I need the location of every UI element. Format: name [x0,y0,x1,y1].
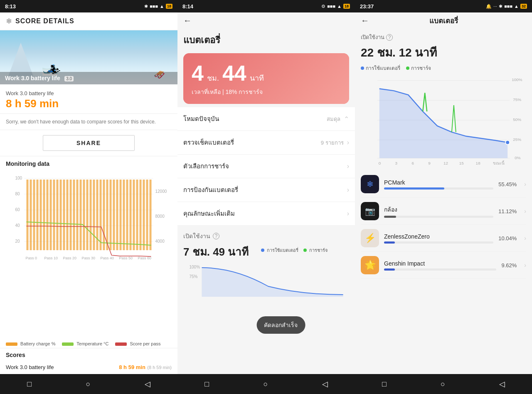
monitoring-header: Monitoring data [0,156,177,169]
back-button-p2[interactable]: ← [183,16,192,25]
hero-badge: 3.0 [64,76,74,81]
svg-rect-15 [33,180,35,250]
svg-text:8000: 8000 [155,214,165,219]
hours-value: 4 [192,61,204,86]
svg-rect-27 [73,180,75,250]
svg-text:3: 3 [395,161,398,165]
usage-section-label: เปิดใช้งาน ? [177,226,355,243]
home-button-3[interactable]: ○ [432,377,453,391]
toast-message: คัดลอกสำเร็จ [256,316,305,334]
chevron-icon-check: › [347,139,349,146]
svg-rect-13 [27,180,29,250]
svg-rect-16 [37,180,39,250]
back-button-p3[interactable]: ← [361,16,369,25]
svg-text:75%: 75% [190,274,198,279]
pcmark-bar-wrap [384,187,493,190]
snowflake-icon: ❄ [6,17,12,26]
svg-rect-39 [113,180,115,250]
status-bar-3: 23:37 🔔 ··· ✱ ■■■ ▲ 32 [355,0,532,12]
app-item-pcmark[interactable]: ❄ PCMark 55.45% › [361,171,526,198]
svg-text:Pass 50: Pass 50 [119,256,133,260]
svg-text:12000: 12000 [155,189,167,194]
chevron-icon-protection: › [347,186,349,194]
result-section: Work 3.0 battery life 8 h 59 min [0,84,177,114]
menu-label-mode: โหมดปัจจุบัน [183,114,219,124]
svg-text:18: 18 [476,161,481,165]
pcmark-pct: 55.45% [498,181,517,187]
p3-usage-label: เปิดใช้งาน ? [361,33,526,42]
camera-info: กล้อง [384,205,493,218]
svg-rect-19 [47,180,49,250]
square-button-2[interactable]: □ [196,377,217,391]
app-item-zenless[interactable]: ⚡ ZenlessZoneZero 10.04% › [361,225,526,252]
result-label: Work 3.0 battery life [6,90,172,96]
share-button[interactable]: SHARE [43,135,135,151]
panel-pcmark: 8:13 ✱ ■■■ ▲ 18 ❄ SCORE DETAILS 🎿 ⛷ 🛷 Wo… [0,0,177,394]
wifi-icon-2: ▲ [337,4,342,9]
chevron-icon-features: › [347,210,349,217]
home-button-2[interactable]: ○ [255,377,276,391]
svg-text:25%: 25% [513,137,521,142]
zenless-pct: 10.04% [498,235,517,241]
home-button-1[interactable]: ○ [77,377,99,391]
genshin-info: Genshin Impact [384,260,496,271]
app-item-genshin[interactable]: 🌟 Genshin Impact 9.62% › [361,252,526,279]
back-button-3[interactable]: ◁ [491,377,513,391]
svg-rect-38 [110,180,112,250]
menu-label-charging: ตัวเลือกการชาร์จ [183,161,229,171]
battery-badge-3: 32 [520,4,527,9]
camera-icon: 📷 [361,202,379,220]
hero-overlay: Work 3.0 battery life 3.0 [0,72,177,84]
camera-name: กล้อง [384,205,493,214]
hero-image: 🎿 ⛷ 🛷 Work 3.0 battery life 3.0 [0,30,177,84]
remaining-time: 4 ชม. 44 นาที [192,61,341,86]
zenless-name: ZenlessZoneZero [384,233,493,240]
svg-rect-30 [83,180,85,250]
p2-mini-chart: 100% 75% [177,263,355,297]
chart-legend: Battery charge % Temperature °C Score pe… [0,339,177,348]
notification-icon: 🔔 [486,4,492,9]
back-button-1[interactable]: ◁ [136,377,159,391]
p3-usage-section: เปิดใช้งาน ? 22 ชม. 12 นาที การใช้แบตเตอ… [355,29,532,76]
svg-rect-42 [123,180,125,250]
svg-rect-28 [76,180,79,250]
svg-text:Pass 30: Pass 30 [82,256,96,260]
genshin-pct: 9.62% [501,262,517,268]
svg-rect-48 [143,180,145,250]
menu-label-check: ตรวจเช็คแบตเตอรี่ [183,138,234,148]
square-button-3[interactable]: □ [374,377,395,391]
hours-unit: ชม. [207,72,219,84]
result-value: 8 h 59 min [6,97,172,110]
menu-item-features[interactable]: คุณลักษณะเพิ่มเติม › [177,202,355,226]
bottom-nav-2: □ ○ ◁ [177,374,355,394]
svg-text:Pass 40: Pass 40 [101,256,114,260]
svg-text:0: 0 [379,161,381,165]
svg-text:20: 20 [15,239,20,244]
app-item-camera[interactable]: 📷 กล้อง 11.12% › [361,198,526,225]
menu-item-protection[interactable]: การป้องกันแบตเตอรี่ › [177,178,355,202]
svg-text:50%: 50% [513,117,521,122]
status-icons-2: ⚙ ■■■ ▲ 18 [321,4,350,9]
time-1: 8:13 [5,3,16,10]
info-icon-p2: ? [213,233,219,239]
svg-text:4000: 4000 [155,239,165,244]
menu-item-check[interactable]: ตรวจเช็คแบตเตอรี่ 9 รายการ › [177,131,355,155]
bottom-nav-1: □ ○ ◁ [0,374,177,394]
battery-legend: Battery charge % [6,341,55,346]
svg-rect-31 [86,180,89,250]
mins-value: 44 [222,61,246,86]
pcmark-bar [384,187,444,190]
square-button-1[interactable]: □ [19,377,40,391]
camera-bar [384,216,396,218]
genshin-bar-wrap [384,268,496,271]
charge-legend-p3: การชาร์จ [406,64,431,72]
p3-usage-time: 22 ชม. 12 นาที [361,43,526,62]
status-bar-1: 8:13 ✱ ■■■ ▲ 18 [0,0,177,12]
back-button-2[interactable]: ◁ [314,377,336,391]
menu-item-charging[interactable]: ตัวเลือกการชาร์จ › [177,155,355,178]
menu-right-protection: › [347,186,349,194]
battery-legend-dot [6,342,17,346]
bottom-nav-3: □ ○ ◁ [355,374,532,394]
svg-rect-14 [30,180,32,250]
menu-item-mode[interactable]: โหมดปัจจุบัน สมดุล ⌃ [177,107,355,131]
